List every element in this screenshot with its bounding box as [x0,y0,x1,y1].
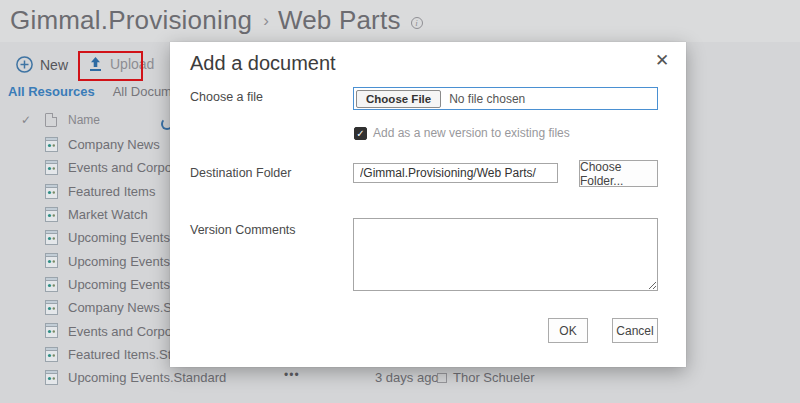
cancel-button[interactable]: Cancel [612,318,658,343]
document-name: Featured Items [68,184,155,199]
modified-by: Thor Schueler [453,370,535,385]
version-comments-label: Version Comments [190,223,296,237]
document-name: Market Watch [68,207,148,222]
webpart-file-icon [45,137,58,152]
breadcrumb-site[interactable]: Gimmal.Provisioning [10,5,252,36]
document-name: Upcoming Events 3 [68,277,181,292]
webpart-file-icon [45,370,58,385]
webpart-file-icon [45,253,58,268]
webpart-file-icon [45,277,58,292]
webpart-file-icon [45,323,58,338]
row-ellipsis-menu[interactable]: ••• [284,368,300,382]
view-tabs: All Resources All Documents [8,84,197,99]
checked-checkbox-icon[interactable]: ✓ [354,127,367,140]
webpart-file-icon [45,207,58,222]
choose-folder-button[interactable]: Choose Folder... [579,160,658,187]
modified-date: 3 days ago [375,370,439,385]
ok-button[interactable]: OK [548,318,588,343]
destination-folder-input[interactable] [353,163,558,183]
document-name: Upcoming Events 2 [68,254,181,269]
choose-file-label: Choose a file [190,90,263,104]
info-icon[interactable]: i [411,17,423,29]
tab-all-resources[interactable]: All Resources [8,84,95,99]
plus-circle-icon [16,56,33,73]
presence-checkbox-icon [437,373,447,383]
version-comments-textarea[interactable] [353,218,658,291]
webpart-file-icon [45,160,58,175]
new-version-checkbox-row[interactable]: ✓ Add as a new version to existing files [354,126,570,140]
dialog-title: Add a document [190,52,336,75]
webpart-file-icon [45,300,58,315]
document-name: Company News [68,137,160,152]
page-title: Web Parts [278,5,401,36]
document-name: Upcoming Events.Standard [68,370,226,385]
upload-annotation-box [78,51,143,81]
name-column-header[interactable]: Name [68,113,100,127]
webpart-file-icon [45,184,58,199]
file-upload-input[interactable]: Choose File No file chosen [353,87,658,110]
new-button[interactable]: New [16,56,68,73]
destination-folder-label: Destination Folder [190,166,291,180]
chevron-right-icon: › [263,9,269,31]
select-all-checkmark-icon[interactable]: ✓ [21,113,31,127]
file-status-text: No file chosen [449,92,525,106]
new-version-checkbox-label: Add as a new version to existing files [373,126,570,140]
document-type-column-icon [45,113,57,127]
webpart-file-icon [45,230,58,245]
list-item[interactable]: Upcoming Events.Standard ••• 3 days ago … [0,366,800,389]
close-icon[interactable]: ✕ [650,48,674,72]
new-button-label: New [40,57,68,73]
breadcrumb: Gimmal.Provisioning › Web Parts i [10,2,423,38]
add-document-dialog: Add a document ✕ Choose a file Choose Fi… [170,42,686,367]
webpart-file-icon [45,347,58,362]
document-name: Upcoming Events [68,230,170,245]
choose-file-button[interactable]: Choose File [356,90,441,108]
